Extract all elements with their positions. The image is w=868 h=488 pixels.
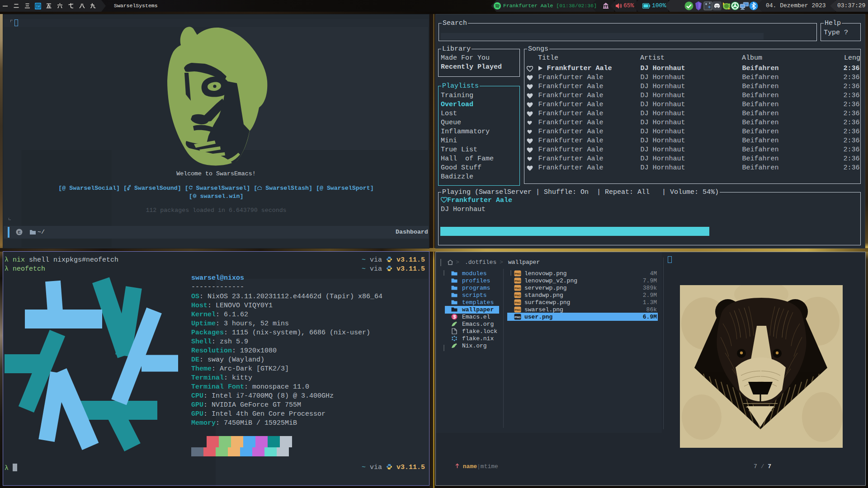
svg-text:E: E (18, 230, 20, 235)
svg-text:PNG: PNG (514, 272, 521, 275)
svg-text:PNG: PNG (514, 294, 521, 297)
svg-text:PNG: PNG (514, 279, 521, 282)
svg-text:PNG: PNG (514, 286, 521, 290)
svg-text:PNG: PNG (514, 301, 521, 304)
svg-text:PNG: PNG (514, 308, 521, 311)
svg-text:PNG: PNG (514, 315, 521, 319)
